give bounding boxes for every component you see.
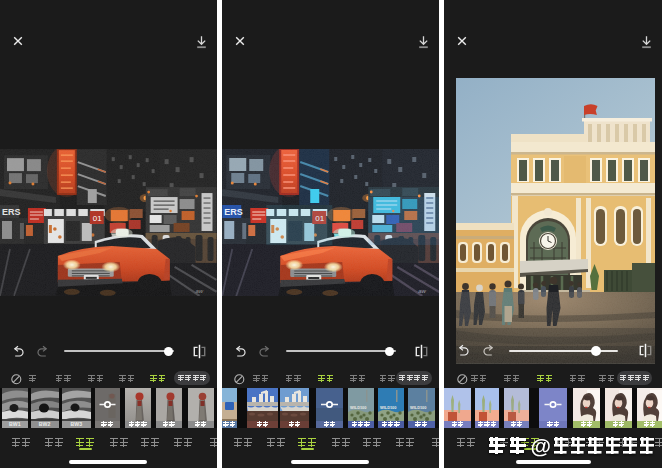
svg-text:WILD100: WILD100 [410, 405, 426, 410]
svg-text:WILD100: WILD100 [380, 405, 396, 410]
svg-text:WILD100: WILD100 [350, 405, 366, 410]
